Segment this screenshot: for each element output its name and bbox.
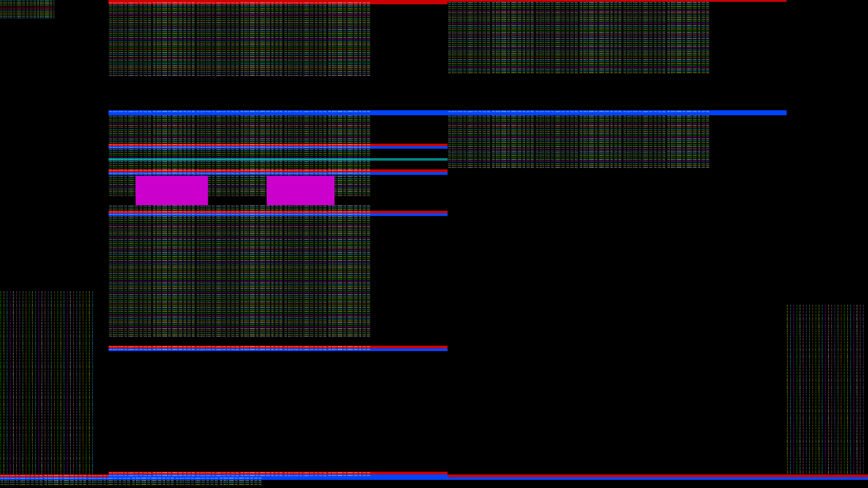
cm-red-bar-2: the quick brown fox jumped over the lazy… bbox=[108, 211, 447, 213]
vstrip-10: THE QUICK BROWN FOX JUMPED OVER THE LAZY… bbox=[29, 115, 32, 475]
cm-line-10: the quick brown fox jumped over the lazy… bbox=[108, 132, 447, 134]
vstrip-23: the quick brown fox jumped over the lazy… bbox=[70, 115, 73, 475]
cm-line-65: the quick brown fox jumped over the lazy… bbox=[108, 258, 447, 259]
cm-line-105: the quick brown fox jumped over the lazy… bbox=[108, 333, 447, 335]
cm-line-84: the quick brown fox jumped over the lazy… bbox=[108, 294, 447, 295]
cm-line-95: the quick brown fox jumped over the lazy… bbox=[108, 315, 447, 316]
cm-line-19: the quick brown fox jumped over the lazy… bbox=[108, 154, 447, 156]
cm-line-53: the quick brown fox jumped over the lazy… bbox=[108, 235, 447, 236]
vstrip-30: THE QUICK BROWN FOX JUMPED OVER THE LAZY… bbox=[92, 115, 95, 475]
vstrip-15: the quick brown fox jumped over the lazy… bbox=[44, 115, 48, 475]
cm-line-82: the quick brown fox jumped over the lazy… bbox=[108, 290, 447, 292]
text-line-32: the quick brown fox jumped over the lazy… bbox=[108, 63, 447, 65]
vstrip-26: THE QUICK BROWN FOX JUMPED OVER THE LAZY… bbox=[79, 115, 82, 475]
cm-line-9: the quick brown fox jumped over the lazy… bbox=[108, 130, 447, 132]
cm-line-91: the quick brown fox jumped over the lazy… bbox=[108, 307, 447, 308]
cm-line-67: the quick brown fox jumped over the lazy… bbox=[108, 261, 447, 263]
vstrip-9: the quick brown fox jumped over the lazy… bbox=[25, 115, 29, 475]
cm-line-104: the quick brown fox jumped over the lazy… bbox=[108, 331, 447, 333]
vstrip-27: the quick brown fox jumped over the lazy… bbox=[82, 115, 86, 475]
cm-line-3: the quick brown fox jumped over the lazy… bbox=[108, 119, 447, 121]
cm-line-50: the quick brown fox jumped over the lazy… bbox=[108, 229, 447, 231]
text-line-35: the quick brown fox jumped over the lazy… bbox=[108, 69, 447, 70]
bottom-text-1: the quick brown fox jumped over the lazy… bbox=[0, 480, 868, 482]
vstrip-17: the quick brown fox jumped over the lazy… bbox=[51, 115, 54, 475]
cm-line-6: the quick brown fox jumped over the lazy… bbox=[108, 125, 447, 127]
vstrip-6: THE QUICK BROWN FOX JUMPED OVER THE LAZY… bbox=[16, 115, 19, 475]
cm-line-4: the quick brown fox jumped over the lazy… bbox=[108, 121, 447, 123]
blue-selection-lower: the quick brown fox jumped over the lazy… bbox=[108, 348, 447, 351]
cm-line-48: the quick brown fox jumped over the lazy… bbox=[108, 225, 447, 227]
text-line-29: the quick brown fox jumped over the lazy… bbox=[108, 57, 447, 59]
vstrip-25: the quick brown fox jumped over the lazy… bbox=[76, 115, 79, 475]
cm-line-71: the quick brown fox jumped over the lazy… bbox=[108, 269, 447, 271]
cm-line-52: the quick brown fox jumped over the lazy… bbox=[108, 233, 447, 235]
cm-line-45: the quick brown fox jumped over the lazy… bbox=[108, 220, 447, 221]
cm-line-56: the quick brown fox jumped over the lazy… bbox=[108, 240, 447, 242]
text-line-23: the quick brown fox jumped over the lazy… bbox=[108, 46, 447, 48]
text-line-38: the quick brown fox jumped over the lazy… bbox=[108, 74, 447, 76]
rvstrip-20: THE QUICK BROWN FOX JUMPED OVER THE LAZY… bbox=[847, 0, 850, 488]
blue-bar-text: the quick brown fox jumped over the lazy… bbox=[108, 110, 447, 113]
cm-line-62: the quick brown fox jumped over the lazy… bbox=[108, 252, 447, 254]
text-line-4: the quick brown fox jumped over the lazy… bbox=[108, 10, 447, 12]
text-line-15: the quick brown fox jumped over the lazy… bbox=[108, 31, 447, 33]
cm-line-21: the quick brown fox jumped over the lazy… bbox=[108, 161, 447, 162]
blue-selection-bottom: the quick brown fox jumped over the lazy… bbox=[108, 475, 447, 477]
cm-line-78: the quick brown fox jumped over the lazy… bbox=[108, 282, 447, 284]
cm-line-80: the quick brown fox jumped over the lazy… bbox=[108, 286, 447, 288]
cm-line-102: the quick brown fox jumped over the lazy… bbox=[108, 328, 447, 330]
text-line-2: the quick brown fox jumped over the lazy… bbox=[108, 6, 447, 8]
rvstrip-22: THE QUICK BROWN FOX JUMPED OVER THE LAZY… bbox=[853, 0, 856, 488]
cm-line-70: the quick brown fox jumped over the lazy… bbox=[108, 267, 447, 269]
text-line-33: the quick brown fox jumped over the lazy… bbox=[108, 65, 447, 67]
cm-line-63: the quick brown fox jumped over the lazy… bbox=[108, 254, 447, 256]
blue-mid-text: the quick brown fox jumped over the lazy… bbox=[108, 172, 447, 174]
right-sidebar: the quick brown fox jumped over the lazy… bbox=[786, 0, 868, 488]
text-line-19: the quick brown fox jumped over the lazy… bbox=[108, 38, 447, 40]
cm-line-51: the quick brown fox jumped over the lazy… bbox=[108, 231, 447, 233]
purple-rect-container: the quick brown fox jumped over the lazy… bbox=[108, 176, 447, 205]
vstrip-11: the quick brown fox jumped over the lazy… bbox=[32, 115, 35, 475]
rvstrip-21: the quick brown fox jumped over the lazy… bbox=[850, 0, 853, 488]
blue-selection-bar: the quick brown fox jumped over the lazy… bbox=[108, 110, 447, 115]
cm-line-14: the quick brown fox jumped over the lazy… bbox=[108, 140, 447, 142]
bottom-blue-bar: the quick brown fox jumped over the lazy… bbox=[0, 477, 868, 480]
rvstrip-2: THE QUICK BROWN FOX JUMPED OVER THE LAZY… bbox=[790, 0, 793, 488]
cm-line-24: the quick brown fox jumped over the lazy… bbox=[108, 166, 447, 168]
cm-line-100: the quick brown fox jumped over the lazy… bbox=[108, 324, 447, 326]
cm-line-81: the quick brown fox jumped over the lazy… bbox=[108, 288, 447, 290]
cm-line-44: the quick brown fox jumped over the lazy… bbox=[108, 218, 447, 220]
rvstrip-23: the quick brown fox jumped over the lazy… bbox=[856, 0, 860, 488]
cm-line-88: the quick brown fox jumped over the lazy… bbox=[108, 301, 447, 303]
rvstrip-14: THE QUICK BROWN FOX JUMPED OVER THE LAZY… bbox=[828, 0, 831, 488]
text-line-37: the quick brown fox jumped over the lazy… bbox=[108, 72, 447, 74]
vstrip-29: the quick brown fox jumped over the lazy… bbox=[89, 115, 92, 475]
vstrip-24: THE QUICK BROWN FOX JUMPED OVER THE LAZY… bbox=[73, 115, 76, 475]
rvstrip-25: the quick brown fox jumped over the lazy… bbox=[863, 0, 866, 488]
bottom-text-3: the quick brown fox jumped over the lazy… bbox=[0, 484, 868, 486]
bottom-text-2: the quick brown fox jumped over the lazy… bbox=[0, 482, 868, 484]
cm-line-46: the quick brown fox jumped over the lazy… bbox=[108, 222, 447, 223]
cm-line-86: the quick brown fox jumped over the lazy… bbox=[108, 297, 447, 299]
highlighted-line-1: the quick brown fox jumped over the lazy… bbox=[108, 2, 447, 4]
vstrip-13: the quick brown fox jumped over the lazy… bbox=[38, 115, 41, 475]
cm-line-40: the quick brown fox jumped over the lazy… bbox=[108, 205, 447, 207]
text-line-5: the quick brown fox jumped over the lazy… bbox=[108, 12, 447, 14]
red-mid-text: the quick brown fox jumped over the lazy… bbox=[108, 169, 447, 172]
center-main: the quick brown fox jumped over the lazy… bbox=[108, 115, 447, 475]
cm-line-72: the quick brown fox jumped over the lazy… bbox=[108, 271, 447, 273]
text-line-13: the quick brown fox jumped over the lazy… bbox=[108, 27, 447, 29]
cm-line-57: the quick brown fox jumped over the lazy… bbox=[108, 242, 447, 244]
red-selection-bottom: the quick brown fox jumped over the lazy… bbox=[108, 472, 447, 475]
rvstrip-13: the quick brown fox jumped over the lazy… bbox=[825, 0, 828, 488]
vstrip-7: the quick brown fox jumped over the lazy… bbox=[19, 115, 22, 475]
cm-line-93: the quick brown fox jumped over the lazy… bbox=[108, 311, 447, 313]
left-sidebar: the quick brown fox jumped over the lazy… bbox=[0, 115, 108, 475]
cm-line-61: the quick brown fox jumped over the lazy… bbox=[108, 250, 447, 252]
vstrip-14: THE QUICK BROWN FOX JUMPED OVER THE LAZY… bbox=[41, 115, 44, 475]
red-bottom-text: the quick brown fox jumped over the lazy… bbox=[108, 472, 447, 474]
cm-line-5: the quick brown fox jumped over the lazy… bbox=[108, 123, 447, 125]
cm-line-11: the quick brown fox jumped over the lazy… bbox=[108, 134, 447, 136]
cm-line-96: the quick brown fox jumped over the lazy… bbox=[108, 316, 447, 318]
